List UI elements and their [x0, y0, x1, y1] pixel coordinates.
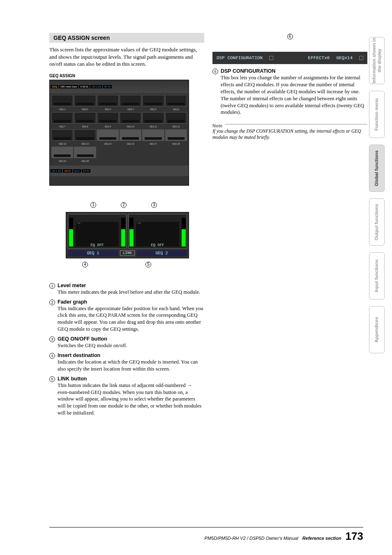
- geq-label: GEQ 10: [120, 125, 141, 128]
- scr-time: 5:33:51: [79, 85, 90, 88]
- eq-off-button[interactable]: EQ OFF: [151, 243, 164, 247]
- geq-cell: [97, 95, 119, 106]
- level-me-icon: [121, 218, 125, 246]
- detail-geq-module: +20 EQ OFF: [68, 214, 127, 249]
- geq-assign-screenshot: GEQ 000 Initial Data 5:33:51 CH 1-24 ST …: [49, 80, 189, 186]
- scr-send: SEND: [63, 169, 72, 173]
- fader-graph[interactable]: +20: [136, 222, 179, 246]
- tab-input-functions[interactable]: Input functions: [369, 252, 385, 299]
- geq-label: GEQ 20: [74, 160, 96, 162]
- def-title: Level meter: [58, 283, 86, 288]
- scr-stin-bottom: ST IN: [82, 169, 90, 173]
- callout-4: 4: [82, 262, 88, 267]
- callout-1: 1: [90, 202, 96, 208]
- geq-label: GEQ 7: [51, 125, 73, 128]
- def-num: 1: [49, 283, 55, 289]
- geq-cell-unavailable: [51, 147, 73, 158]
- geq-cell: [74, 129, 96, 141]
- geq-cell: [165, 95, 187, 106]
- scr-geq-chip: GEQ: [51, 85, 58, 88]
- geq-cell-unavailable: [120, 129, 141, 141]
- geq-label: GEQ 6: [165, 108, 187, 111]
- geq-cell: [74, 95, 96, 106]
- detail-geq-module: +20 EQ OFF: [128, 214, 187, 249]
- meter-scale: +20: [76, 222, 80, 224]
- geq-label: GEQ 1: [51, 108, 73, 111]
- tab-output-functions[interactable]: Output functions: [369, 198, 385, 246]
- geq-cell: [97, 112, 119, 124]
- geq-label: GEQ 18: [165, 143, 187, 145]
- tab-information[interactable]: Information shown in the display: [369, 37, 385, 84]
- arrow-left-icon[interactable]: [269, 56, 273, 60]
- geq-label: GEQ 14: [74, 143, 96, 145]
- geq-label: GEQ 3: [97, 108, 119, 111]
- def-num: 5: [49, 376, 55, 382]
- scr-stin: ST IN: [103, 85, 112, 88]
- definition-list: 1Level meter This meter indicates the pe…: [49, 283, 204, 417]
- level-meter-icon: [129, 218, 134, 246]
- page-footer: PM5D/PM5D-RH V2 / DSP5D Owner's Manual R…: [49, 527, 363, 543]
- intro-paragraph: This screen lists the approximate values…: [49, 46, 204, 68]
- def-title: DSP CONFIGURATION: [221, 68, 276, 74]
- scr-ch: CH 1-24: [90, 85, 102, 88]
- arrow-right-icon[interactable]: [359, 56, 363, 60]
- note-label: Note: [212, 123, 222, 128]
- callout-2: 2: [121, 202, 127, 208]
- def-num: 2: [49, 299, 55, 305]
- geq-module-name[interactable]: GEQ 2: [136, 250, 187, 256]
- geq-label: GEQ 5: [142, 108, 164, 111]
- fader-graph[interactable]: +20: [76, 222, 119, 246]
- geq-cell: [74, 112, 96, 124]
- geq-cell-unavailable: [74, 147, 96, 158]
- level-meter-icon: [69, 218, 73, 246]
- link-button[interactable]: LINK: [120, 250, 135, 256]
- def-body: This indicates the approximate fader pos…: [58, 305, 204, 333]
- geq-label: GEQ 11: [142, 125, 164, 128]
- dsp-config-label: DSP CONFIGURATION: [217, 55, 263, 60]
- geq-module-name[interactable]: GEQ 1: [68, 250, 118, 256]
- effect-count: EFFECTx6: [308, 55, 330, 60]
- geq-label: GEQ 2: [74, 108, 96, 111]
- geq-label: GEQ 17: [142, 143, 164, 145]
- geq-cell: [51, 129, 73, 141]
- geq-cell: [51, 95, 73, 106]
- footer-ref: Reference section: [302, 536, 341, 541]
- scr-ch-bottom: CH 1-24: [51, 169, 62, 173]
- screenshot-label: GEQ ASSIGN: [49, 74, 204, 78]
- geq-label: GEQ 4: [120, 108, 141, 111]
- eq-off-button[interactable]: EQ OFF: [90, 243, 104, 247]
- def-num: 3: [49, 336, 55, 342]
- section-header: GEQ ASSIGN screen: [49, 33, 204, 43]
- tab-global-functions[interactable]: Global functions: [369, 145, 385, 192]
- def-body: Switches the GEQ module on/off.: [58, 342, 204, 349]
- footer-page-number: 173: [346, 530, 363, 543]
- geq-cell: [165, 112, 187, 124]
- geq-cell: [51, 112, 73, 124]
- geq-label: GEQ 15: [97, 143, 119, 145]
- geq-label: GEQ 16: [120, 143, 141, 145]
- def-title: GEQ ON/OFF button: [58, 336, 107, 342]
- def-num: 6: [212, 69, 218, 74]
- level-meter-icon: [182, 218, 186, 246]
- geq-label: GEQ 12: [165, 125, 187, 128]
- def-body: Indicates the location at which the GEQ …: [58, 359, 204, 373]
- geq-label: GEQ 13: [51, 143, 73, 145]
- callout-6: 6: [287, 34, 293, 39]
- def-body: This meter indicates the peak level befo…: [58, 289, 204, 296]
- def-num: 4: [49, 353, 55, 359]
- meter-scale: +20: [137, 222, 141, 224]
- side-tabs: Information shown in the display Functio…: [369, 37, 385, 353]
- geq-cell: [120, 112, 141, 124]
- tab-appendices[interactable]: Appendices: [369, 306, 385, 353]
- geq-label: GEQ 9: [97, 125, 119, 128]
- tab-function-menu[interactable]: Function menu: [369, 91, 385, 138]
- geq-cell-unavailable: [165, 129, 187, 141]
- def-body: This button indicates the link status of…: [58, 382, 204, 417]
- def-title: LINK button: [58, 376, 87, 382]
- dsp-config-bar: DSP CONFIGURATION EFFECTx6 GEQx14: [212, 52, 367, 64]
- def-body: This box lets you change the number of a…: [221, 74, 367, 116]
- detail-figure: 1 2 3 +20 EQ OFF: [66, 202, 189, 276]
- geq-cell: [142, 95, 164, 106]
- note-body: If you change the DSP CONFIGURATION sett…: [212, 128, 367, 140]
- geq-label: GEQ 8: [74, 125, 96, 128]
